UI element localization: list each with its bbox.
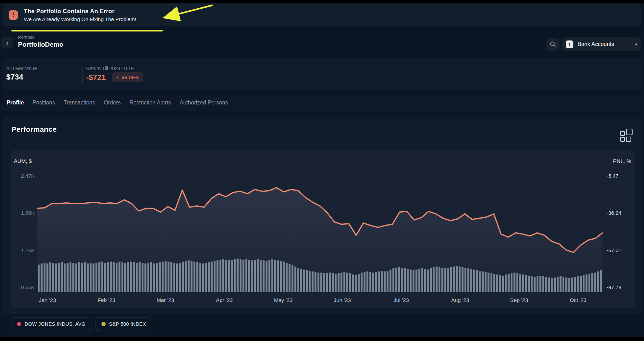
svg-text:-5.47: -5.47	[607, 173, 618, 179]
legend-label: DOW JONES INDUS. AVG	[25, 321, 86, 327]
tab-authorized-persons[interactable]: Authorized Persons	[180, 100, 228, 106]
legend-dot-yellow	[101, 322, 106, 326]
stats-card: All Over Value $734 Return Till 2023.10.…	[2, 58, 642, 91]
all-over-value-label: All Over Value	[6, 66, 37, 71]
legend-label: S&P 500 INDEX	[109, 321, 146, 327]
svg-text:1.26K: 1.26K	[21, 247, 35, 253]
bank-accounts-select[interactable]: 1 Bank Accounts ▾	[562, 37, 641, 51]
svg-text:0.65K: 0.65K	[21, 284, 35, 290]
error-banner: ! The Portfolio Contains An Error We Are…	[3, 3, 641, 26]
chart-legend: DOW JONES INDUS. AVG S&P 500 INDEX	[11, 317, 152, 331]
svg-text:-36.24: -36.24	[607, 210, 621, 216]
page-title: PortfolioDemo	[18, 41, 63, 48]
all-over-value: $734	[6, 73, 23, 82]
stats-divider	[82, 66, 83, 84]
performance-chart-svg: AUM, $PNL, %2.47K1.86K1.26K0.65K-5.47-36…	[11, 150, 635, 308]
svg-text:-97.78: -97.78	[607, 284, 621, 290]
svg-text:AUM, $: AUM, $	[14, 158, 32, 164]
tab-orders[interactable]: Orders	[104, 100, 121, 106]
svg-text:May '23: May '23	[274, 297, 293, 303]
tab-profile[interactable]: Profile	[7, 100, 24, 106]
tab-restriction-alerts[interactable]: Restriction Alerts	[129, 100, 171, 106]
top-strip	[0, 0, 644, 3]
svg-text:Feb '23: Feb '23	[98, 297, 115, 303]
back-button[interactable]: ‹	[1, 37, 13, 48]
return-value: -$721	[86, 73, 106, 82]
search-button[interactable]	[546, 38, 560, 51]
tab-bar: Profile Positions Transactions Orders Re…	[2, 94, 642, 111]
svg-text:Sep '23: Sep '23	[510, 297, 528, 303]
svg-text:Oct '23: Oct '23	[570, 297, 587, 303]
svg-text:Jun '23: Jun '23	[334, 297, 351, 303]
error-banner-title: The Portfolio Contains An Error	[24, 8, 136, 15]
error-banner-subtitle: We Are Already Working On Fixing The Pro…	[24, 16, 136, 22]
widgets-grid-icon[interactable]	[619, 128, 634, 142]
svg-text:1.86K: 1.86K	[21, 210, 35, 216]
return-label: Return Till 2023.10.19	[86, 66, 134, 71]
svg-text:Mar '23: Mar '23	[156, 297, 174, 303]
tab-positions[interactable]: Positions	[33, 100, 55, 106]
chevron-left-icon: ‹	[6, 39, 9, 47]
svg-text:PNL, %: PNL, %	[613, 158, 631, 164]
performance-chart[interactable]: AUM, $PNL, %2.47K1.86K1.26K0.65K-5.47-36…	[11, 150, 635, 308]
legend-sp500[interactable]: S&P 500 INDEX	[96, 317, 152, 331]
return-change-badge: ▼ 49.09%	[112, 72, 143, 82]
portfolio-page: ! The Portfolio Contains An Error We Are…	[0, 0, 644, 341]
bank-accounts-label: Bank Accounts	[578, 41, 614, 47]
svg-text:Jul '23: Jul '23	[394, 297, 409, 303]
svg-text:Aug '23: Aug '23	[451, 297, 469, 303]
svg-text:Apr '23: Apr '23	[216, 297, 233, 303]
bottom-strip	[0, 337, 644, 341]
performance-title: Performance	[11, 125, 57, 133]
yellow-underline	[11, 30, 163, 31]
chevron-down-icon: ▾	[635, 42, 637, 47]
bank-accounts-count-badge: 1	[566, 40, 573, 48]
triangle-down-icon: ▼	[116, 76, 119, 79]
svg-text:Jan '23: Jan '23	[39, 297, 56, 303]
portfolio-eyebrow: Portfolio	[18, 35, 35, 40]
performance-card: Performance AUM, $PNL, %2.47K1.86K1.26K0…	[2, 117, 642, 314]
legend-dot-pink	[17, 322, 21, 326]
search-icon	[550, 41, 556, 47]
tab-transactions[interactable]: Transactions	[64, 100, 95, 106]
warning-icon: !	[9, 10, 18, 20]
legend-dow-jones[interactable]: DOW JONES INDUS. AVG	[11, 317, 91, 331]
svg-text:-67.01: -67.01	[607, 247, 621, 253]
return-percent: 49.09%	[122, 74, 139, 80]
svg-text:2.47K: 2.47K	[21, 173, 35, 179]
